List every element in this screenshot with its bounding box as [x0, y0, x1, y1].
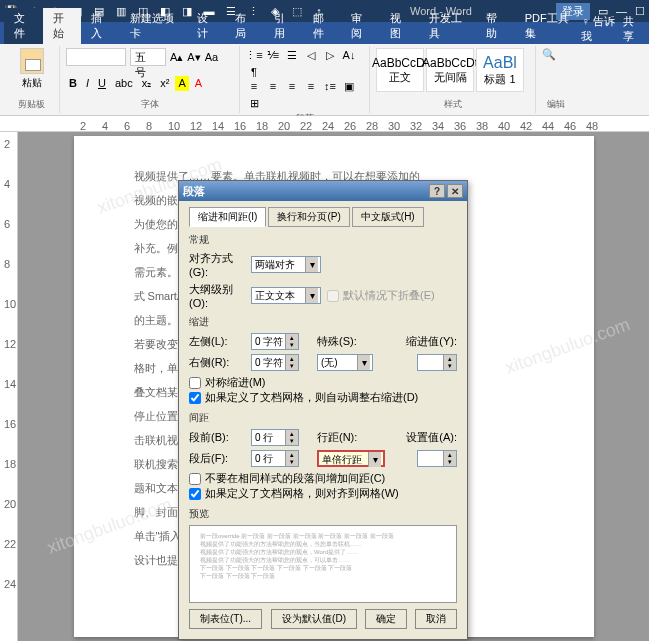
- align-right-icon[interactable]: ≡: [284, 79, 300, 93]
- tab-layout[interactable]: 布局: [225, 8, 264, 44]
- nosame-checkbox[interactable]: [189, 473, 201, 485]
- bullets-icon[interactable]: ⋮≡: [246, 48, 262, 62]
- italic-icon[interactable]: I: [83, 76, 92, 91]
- preview-label: 预览: [189, 507, 457, 521]
- default-button[interactable]: 设为默认值(D): [271, 609, 357, 629]
- at-spinner[interactable]: [417, 450, 457, 467]
- indent-inc-icon[interactable]: ▷: [322, 48, 338, 62]
- share-button[interactable]: 共享: [623, 14, 641, 44]
- at-label: 设置值(A):: [406, 430, 457, 445]
- spacing-grid-checkbox[interactable]: [189, 488, 201, 500]
- by-spinner[interactable]: [417, 354, 457, 371]
- style-nospacing[interactable]: AaBbCcDt无间隔: [426, 48, 474, 92]
- tabs-button[interactable]: 制表位(T)...: [189, 609, 262, 629]
- multilevel-icon[interactable]: ☰: [284, 48, 300, 62]
- cancel-button[interactable]: 取消: [415, 609, 457, 629]
- mirror-checkbox[interactable]: [189, 377, 201, 389]
- after-spinner[interactable]: 0 行: [251, 450, 299, 467]
- shading-icon[interactable]: ▣: [341, 79, 357, 93]
- paste-icon[interactable]: [20, 48, 44, 74]
- tab-pdf[interactable]: PDF工具集: [515, 8, 582, 44]
- edit-group-label: 编辑: [542, 98, 570, 111]
- font-family-select[interactable]: [66, 48, 126, 66]
- underline-icon[interactable]: U: [95, 76, 109, 91]
- font-color-icon[interactable]: A: [192, 76, 205, 91]
- grow-font-icon[interactable]: A▴: [170, 51, 183, 64]
- paste-label[interactable]: 粘贴: [22, 76, 42, 90]
- tab-insert[interactable]: 插入: [81, 8, 120, 44]
- tell-me[interactable]: ♀ 告诉我: [581, 14, 618, 44]
- numbering-icon[interactable]: ⅟≡: [265, 48, 281, 62]
- style-normal[interactable]: AaBbCcDt正文: [376, 48, 424, 92]
- align-label: 对齐方式(G):: [189, 251, 245, 278]
- dlg-tab-break[interactable]: 换行和分页(P): [268, 207, 349, 227]
- indent-grid-checkbox[interactable]: [189, 392, 201, 404]
- special-label: 特殊(S):: [317, 334, 361, 349]
- highlight-icon[interactable]: A: [175, 76, 188, 91]
- dlg-tab-cjk[interactable]: 中文版式(H): [352, 207, 424, 227]
- before-spinner[interactable]: 0 行: [251, 429, 299, 446]
- sort-icon[interactable]: A↓: [341, 48, 357, 62]
- tab-ref[interactable]: 引用: [264, 8, 303, 44]
- indent-label: 缩进: [189, 315, 457, 329]
- tab-mail[interactable]: 邮件: [303, 8, 342, 44]
- left-indent-label: 左侧(L):: [189, 334, 245, 349]
- clipboard-group-label: 剪贴板: [10, 98, 53, 111]
- general-label: 常规: [189, 233, 457, 247]
- right-indent-spinner[interactable]: 0 字符: [251, 354, 299, 371]
- line-spacing-combo[interactable]: 单倍行距: [317, 450, 385, 467]
- align-center-icon[interactable]: ≡: [265, 79, 281, 93]
- outline-combo[interactable]: 正文文本: [251, 287, 321, 304]
- ok-button[interactable]: 确定: [365, 609, 407, 629]
- indent-dec-icon[interactable]: ◁: [303, 48, 319, 62]
- collapse-checkbox: [327, 290, 339, 302]
- dialog-help-button[interactable]: ?: [429, 184, 445, 198]
- bold-icon[interactable]: B: [66, 76, 80, 91]
- line-spacing-icon[interactable]: ↕≡: [322, 79, 338, 93]
- preview-box: 前一段override 前一段落 前一段落 前一段落 前一段落 前一段落 前一段…: [189, 525, 457, 603]
- font-group-label: 字体: [66, 98, 233, 111]
- find-icon[interactable]: 🔍: [542, 48, 570, 61]
- tab-view[interactable]: 视图: [380, 8, 419, 44]
- borders-icon[interactable]: ⊞: [246, 96, 262, 110]
- show-marks-icon[interactable]: ¶: [246, 65, 262, 79]
- superscript-icon[interactable]: x²: [157, 76, 172, 91]
- tab-newtab[interactable]: 新建选项卡: [120, 8, 187, 44]
- dialog-title: 段落: [183, 184, 205, 199]
- before-label: 段前(B):: [189, 430, 245, 445]
- dlg-tab-indent[interactable]: 缩进和间距(I): [189, 207, 266, 227]
- paragraph-dialog: 段落 ? ✕ 缩进和间距(I) 换行和分页(P) 中文版式(H) 常规 对齐方式…: [178, 180, 468, 640]
- outline-label: 大纲级别(O):: [189, 282, 245, 309]
- left-indent-spinner[interactable]: 0 字符: [251, 333, 299, 350]
- tab-review[interactable]: 审阅: [341, 8, 380, 44]
- tab-file[interactable]: 文件: [4, 8, 43, 44]
- tab-home[interactable]: 开始: [43, 8, 82, 44]
- tab-design[interactable]: 设计: [187, 8, 226, 44]
- after-label: 段后(F):: [189, 451, 245, 466]
- align-left-icon[interactable]: ≡: [246, 79, 262, 93]
- tab-help[interactable]: 帮助: [476, 8, 515, 44]
- spacing-label: 间距: [189, 411, 457, 425]
- style-heading1[interactable]: AaBl标题 1: [476, 48, 524, 92]
- dialog-close-button[interactable]: ✕: [447, 184, 463, 198]
- strike-icon[interactable]: abc: [112, 76, 136, 91]
- align-combo[interactable]: 两端对齐: [251, 256, 321, 273]
- justify-icon[interactable]: ≡: [303, 79, 319, 93]
- right-indent-label: 右侧(R):: [189, 355, 245, 370]
- special-combo[interactable]: (无): [317, 354, 373, 371]
- change-case-icon[interactable]: Aa: [205, 51, 218, 63]
- line-spacing-label: 行距(N):: [317, 430, 361, 445]
- styles-group-label: 样式: [376, 98, 529, 111]
- by-label: 缩进值(Y):: [406, 334, 457, 349]
- tab-dev[interactable]: 开发工具: [419, 8, 476, 44]
- vertical-ruler[interactable]: 24681012141618202224: [0, 132, 18, 641]
- horizontal-ruler[interactable]: 2468101214161820222426283032343638404244…: [0, 116, 649, 132]
- shrink-font-icon[interactable]: A▾: [187, 51, 200, 64]
- font-size-select[interactable]: 五号: [130, 48, 166, 66]
